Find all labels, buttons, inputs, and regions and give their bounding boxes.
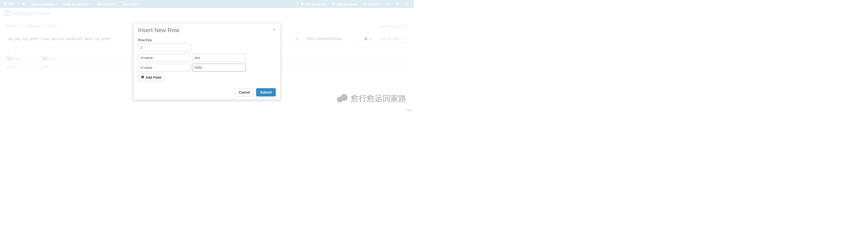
insert-row-modal: Insert New Row × Row Key Add Field Cance… xyxy=(133,23,281,100)
column-value-input[interactable] xyxy=(192,64,246,72)
plus-circle-icon xyxy=(141,75,144,79)
corner-tag: 亿速云 xyxy=(406,109,413,112)
wechat-icon xyxy=(337,94,348,104)
modal-header: Insert New Row × xyxy=(133,23,281,35)
field-row xyxy=(138,64,276,72)
modal-body: Row Key Add Field xyxy=(133,35,281,85)
modal-title: Insert New Row xyxy=(138,27,179,34)
cancel-button[interactable]: Cancel xyxy=(235,88,254,97)
submit-button[interactable]: Submit xyxy=(256,88,276,97)
row-key-label: Row Key xyxy=(138,38,276,42)
close-icon[interactable]: × xyxy=(273,27,276,32)
row-key-input[interactable] xyxy=(138,44,191,51)
watermark: 愈行愈远回家路 xyxy=(337,93,406,104)
column-name-input[interactable] xyxy=(138,54,190,62)
field-row xyxy=(138,54,276,62)
add-field-button[interactable]: Add Field xyxy=(138,74,164,81)
column-name-input[interactable] xyxy=(138,64,190,72)
column-value-input[interactable] xyxy=(192,54,246,62)
modal-footer: Cancel Submit xyxy=(133,85,281,100)
